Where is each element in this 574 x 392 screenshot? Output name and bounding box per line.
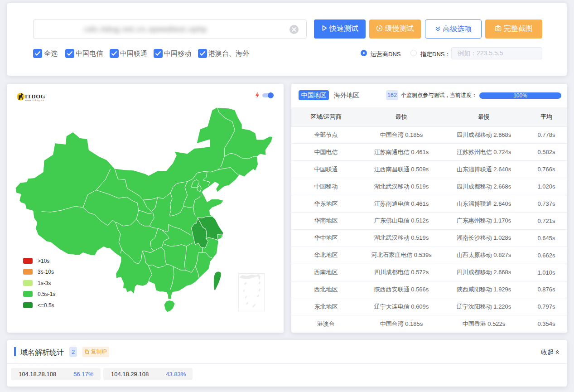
svg-text:www.itdog.cn: www.itdog.cn	[25, 99, 45, 102]
